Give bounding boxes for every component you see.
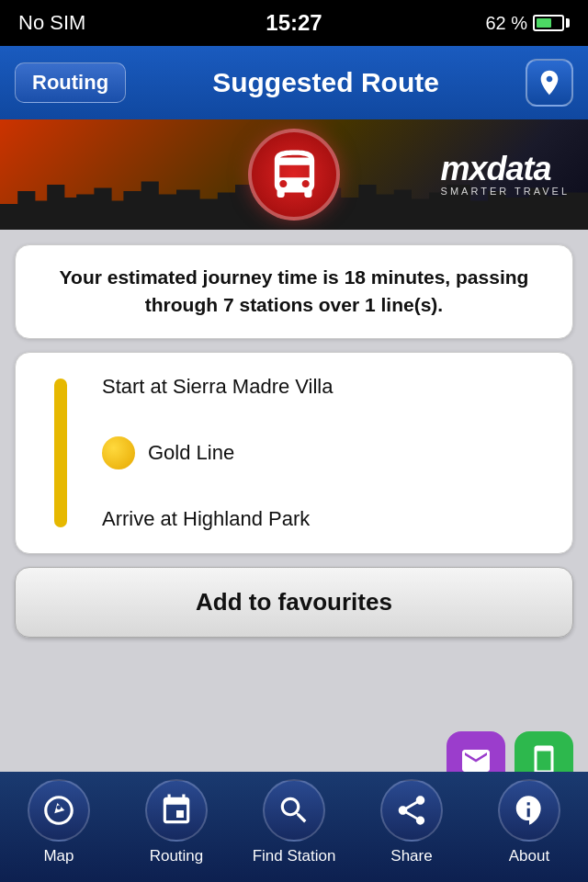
brand-sub: SMARTER TRAVEL [441,186,570,197]
tab-find-station-icon-circle [263,779,325,842]
route-start: Start at Sierra Madre Villa [102,375,550,399]
route-line-name: Gold Line [148,441,234,465]
tab-routing-label: Routing [150,847,204,865]
compass-icon [41,793,76,828]
tab-map-icon-circle [28,779,90,842]
tab-find-station-label: Find Station [253,847,336,865]
route-line-bar [54,379,67,527]
bus-icon [265,145,324,205]
brand-name: mxdata [441,153,570,186]
about-icon [512,793,547,828]
battery-percent: 62 % [485,13,527,34]
tab-share-icon-circle [380,779,443,842]
banner: mxdata SMARTER TRAVEL [0,119,588,230]
battery-area: 62 % [485,13,570,34]
tab-routing-icon-circle [145,779,208,842]
battery-icon [533,15,570,31]
time-label: 15:27 [266,10,322,36]
route-line-visual [38,375,84,531]
route-card: Start at Sierra Madre Villa Gold Line Ar… [15,352,573,554]
nav-map-button[interactable] [526,59,573,107]
route-details: Start at Sierra Madre Villa Gold Line Ar… [102,375,550,531]
route-arrive: Arrive at Highland Park [102,507,550,531]
journey-info-text: Your estimated journey time is 18 minute… [38,264,550,320]
search-icon [277,793,311,828]
journey-info-card: Your estimated journey time is 18 minute… [15,244,573,339]
mxdata-logo: mxdata SMARTER TRAVEL [441,153,570,197]
page-title: Suggested Route [141,67,511,98]
back-button[interactable]: Routing [15,62,126,103]
main-content: Your estimated journey time is 18 minute… [0,230,588,652]
tab-map-label: Map [43,847,74,865]
tab-bar: Map Routing Find Station Share [0,772,588,882]
add-favourites-button[interactable]: Add to favourites [15,567,573,638]
nav-bar: Routing Suggested Route [0,46,588,119]
carrier-label: No SIM [18,11,85,35]
tab-find-station[interactable]: Find Station [235,779,353,865]
routing-icon [159,793,194,828]
route-line-info: Gold Line [102,436,550,469]
tab-about-icon-circle [498,779,560,842]
tab-about-label: About [509,847,549,865]
share-icon [394,793,429,828]
bus-icon-circle [248,129,340,220]
tab-map[interactable]: Map [0,779,118,865]
nav-map-icon [535,68,564,97]
tab-routing[interactable]: Routing [118,779,235,865]
gold-line-dot [102,436,135,469]
status-bar: No SIM 15:27 62 % [0,0,588,46]
tab-share[interactable]: Share [353,779,470,865]
tab-share-label: Share [390,847,432,865]
tab-about[interactable]: About [470,779,588,865]
